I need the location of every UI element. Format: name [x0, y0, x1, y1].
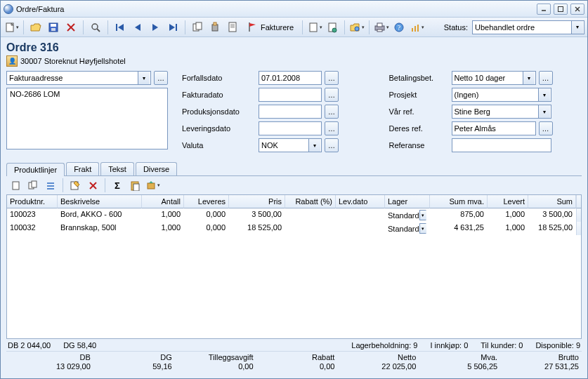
fakturere-button[interactable]: Fakturere — [242, 20, 298, 35]
dropdown-icon[interactable]: ▾ — [538, 105, 550, 118]
first-record-button[interactable] — [112, 20, 128, 35]
fakturadato-picker[interactable]: … — [325, 88, 339, 102]
paste-icon — [129, 180, 141, 191]
dropdown-icon[interactable]: ▾ — [419, 210, 426, 220]
col-antall[interactable]: Antall — [142, 195, 184, 208]
col-leveres[interactable]: Leveres — [184, 195, 229, 208]
col-levert[interactable]: Levert — [488, 195, 528, 208]
produksjonsdato-picker[interactable]: … — [325, 105, 339, 119]
save-button[interactable] — [46, 20, 61, 35]
nav-last-icon — [167, 22, 178, 33]
line-export-button[interactable]: ▾ — [145, 178, 160, 193]
status-combo[interactable]: ▾ — [472, 20, 584, 34]
forfallsdato-picker[interactable]: … — [325, 71, 339, 85]
maximize-button[interactable] — [554, 4, 568, 15]
col-produktnr[interactable]: Produktnr. — [7, 195, 58, 208]
dropdown-icon[interactable]: ▾ — [138, 72, 150, 84]
next-record-button[interactable] — [148, 20, 163, 35]
dropdown-icon[interactable]: ▾ — [308, 139, 320, 152]
betalingsbet-browse[interactable]: … — [539, 71, 553, 85]
help-button[interactable]: ? — [391, 20, 407, 35]
delete-button[interactable] — [63, 20, 79, 35]
prev-record-button[interactable] — [130, 20, 145, 35]
deresref-input[interactable] — [452, 121, 536, 135]
fakturadato-input[interactable] — [259, 88, 322, 102]
tab-produktlinjer[interactable]: Produktlinjer — [6, 163, 65, 176]
copy-button[interactable] — [190, 20, 205, 35]
leveringsdato-input[interactable] — [259, 121, 322, 135]
dropdown-icon[interactable]: ▾ — [419, 223, 426, 234]
betalingsbet-value[interactable] — [452, 74, 523, 82]
col-pris[interactable]: Pris — [229, 195, 285, 208]
table-row[interactable]: 100032Brannskap, 500l1,0000,00018 525,00… — [7, 222, 581, 235]
tab-frakt[interactable]: Frakt — [66, 162, 99, 175]
dropdown-icon: ▾ — [362, 25, 365, 30]
dropdown-icon[interactable]: ▾ — [538, 88, 550, 101]
forfallsdato-input[interactable] — [259, 71, 322, 85]
valuta-value[interactable] — [259, 141, 308, 149]
col-beskrivelse[interactable]: Beskrivelse — [58, 195, 142, 208]
prosjekt-combo[interactable]: ▾ — [452, 88, 551, 102]
line-copy-button[interactable] — [25, 178, 41, 193]
register-button[interactable] — [207, 20, 223, 35]
leveringsdato-picker[interactable]: … — [325, 121, 339, 135]
minimize-button[interactable] — [537, 4, 551, 15]
table-row[interactable]: 100023Bord, AKKO - 6001,0000,0003 500,00… — [7, 208, 581, 222]
document-button[interactable] — [225, 20, 240, 35]
lager-cell[interactable]: Standard▾ — [385, 222, 430, 235]
close-button[interactable] — [570, 4, 584, 15]
last-record-button[interactable] — [165, 20, 181, 35]
svg-rect-15 — [196, 22, 202, 29]
col-summva[interactable]: Sum mva. — [430, 195, 488, 208]
new-doc-button[interactable]: ▾ — [307, 20, 322, 35]
produksjonsdato-input[interactable] — [259, 105, 322, 119]
status-value[interactable] — [473, 23, 571, 32]
svg-point-10 — [92, 24, 98, 29]
deresref-browse[interactable]: … — [539, 121, 553, 135]
dropdown-icon[interactable]: ▾ — [571, 21, 583, 34]
referanse-input[interactable] — [452, 138, 551, 152]
edit-icon — [70, 180, 81, 191]
col-sum[interactable]: Sum — [528, 195, 576, 208]
settings-button[interactable]: ▾ — [349, 20, 365, 35]
line-sum-button[interactable]: Σ — [110, 178, 125, 193]
dropdown-icon[interactable]: ▾ — [523, 72, 535, 84]
line-edit-button[interactable] — [67, 178, 83, 193]
fakturere-label: Fakturere — [261, 23, 294, 32]
varref-combo[interactable]: ▾ — [452, 105, 551, 119]
chart-button[interactable]: ▾ — [409, 20, 424, 35]
address-type-combo[interactable]: ▾ — [6, 71, 151, 85]
col-lager[interactable]: Lager — [385, 195, 430, 208]
copy-icon — [27, 180, 39, 191]
prosjekt-value[interactable] — [452, 91, 538, 99]
line-delete-button[interactable] — [85, 178, 100, 193]
address-browse-button[interactable]: … — [154, 71, 168, 85]
grid-body[interactable]: 100023Bord, AKKO - 6001,0000,0003 500,00… — [7, 208, 581, 338]
nav-next-icon — [150, 22, 161, 33]
col-levdato[interactable]: Lev.dato — [336, 195, 385, 208]
line-new-button[interactable] — [8, 178, 23, 193]
address-type-value[interactable] — [7, 74, 138, 82]
new-button[interactable]: ▾ — [4, 20, 19, 35]
attach-button[interactable] — [325, 20, 340, 35]
address-textarea[interactable]: NO-2686 LOM — [6, 88, 168, 149]
open-button[interactable] — [28, 20, 44, 35]
valuta-combo[interactable]: ▾ — [259, 138, 322, 152]
lager-cell[interactable]: Standard▾ — [385, 208, 430, 222]
svg-rect-23 — [310, 23, 317, 32]
order-invoice-window: Ordre/Faktura ▾ — [0, 0, 588, 379]
window-title: Ordre/Faktura — [16, 5, 64, 13]
varref-value[interactable] — [452, 107, 538, 116]
valuta-browse[interactable]: … — [325, 138, 339, 152]
line-paste-button[interactable] — [127, 178, 143, 193]
tab-tekst[interactable]: Tekst — [100, 162, 134, 175]
attach-icon — [327, 22, 338, 33]
tab-diverse[interactable]: Diverse — [136, 162, 177, 175]
print-button[interactable]: ▾ — [374, 20, 389, 35]
betalingsbet-combo[interactable]: ▾ — [452, 71, 536, 85]
col-rabatt[interactable]: Rabatt (%) — [285, 195, 336, 208]
line-list-button[interactable] — [43, 178, 58, 193]
search-button[interactable] — [88, 20, 103, 35]
status-db: DB 2 044,00 — [8, 341, 51, 350]
total-db-value: 13 029,00 — [56, 362, 91, 371]
